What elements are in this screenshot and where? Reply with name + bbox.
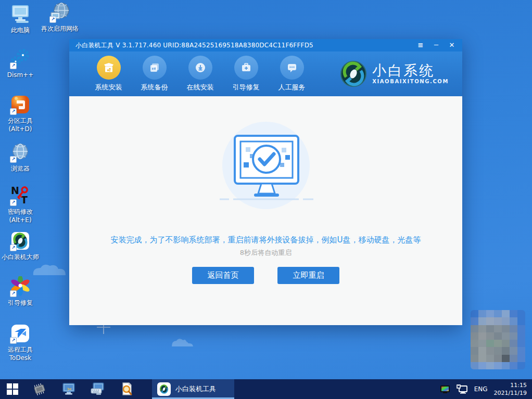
svg-text:N: N [11, 185, 19, 196]
windows-logo-icon [7, 383, 18, 395]
taskbar-clock[interactable]: 11:15 2021/11/19 [494, 381, 527, 397]
network-tray-icon[interactable] [457, 384, 468, 394]
desktop-icon-dism[interactable]: ↗ Dism++ [0, 48, 41, 80]
install-box-icon [97, 56, 121, 80]
nav-tab-label: 系统安装 [95, 83, 122, 92]
desktop-icon-this-pc[interactable]: 此电脑 [0, 3, 41, 35]
desktop-icon-xiaobai-master[interactable]: ↗ 小白装机大师 [0, 230, 41, 262]
desktop-icon-boot-repair[interactable]: ↗ 引导修复 [0, 276, 41, 307]
close-icon[interactable]: ✕ [446, 41, 458, 50]
desktop-icon-label: 浏览器 [11, 165, 30, 173]
display-color-tray-icon[interactable] [440, 385, 450, 394]
chat-service-icon [280, 56, 304, 80]
browser-globe-icon: ↗ [9, 141, 31, 163]
desktop-icon-label: Dism++ [7, 71, 34, 80]
password-key-icon: NT ↗ [9, 185, 31, 207]
desktop-icon-password-reset[interactable]: NT ↗ 密码修改 (Alt+E) [0, 185, 41, 224]
restart-now-button[interactable]: 立即重启 [277, 267, 339, 284]
download-circle-icon [188, 56, 212, 80]
nav-tab-boot-repair[interactable]: 引导修复 [221, 56, 267, 92]
desktop-icon-label: 密码修改 (Alt+E) [8, 208, 33, 224]
success-monitor-illustration [211, 121, 321, 212]
taskbar-item-chip[interactable] [25, 379, 54, 399]
pinwheel-icon: ↗ [9, 276, 31, 298]
language-indicator[interactable]: ENG [474, 385, 488, 393]
taskbar-item-search[interactable] [112, 379, 142, 399]
restart-countdown: 8秒后将自动重启 [69, 248, 462, 258]
main-nav: 系统安装 系统备份 在线安装 引导修复 [84, 56, 313, 92]
svg-text:✂: ✂ [67, 386, 72, 393]
app-window: 小白装机工具 V 3.1.717.460 URID:88A24525169518… [69, 39, 462, 325]
svg-text:T: T [21, 194, 28, 205]
menu-icon[interactable]: ≡ [414, 41, 427, 50]
shortcut-arrow-icon: ↗ [10, 108, 17, 115]
cloud-decoration [27, 263, 74, 276]
search-doc-icon [120, 382, 134, 396]
nav-tab-online-install[interactable]: 在线安装 [175, 56, 221, 92]
desktop-icon-label: 远程工具 ToDesk [8, 346, 33, 362]
repair-kit-icon [234, 56, 258, 80]
keyboard-icon [90, 382, 106, 396]
completion-message: 安装完成，为了不影响系统部署，重启前请将外接设备拔掉，例如U盘，移动硬盘，光盘等 [69, 235, 462, 245]
desktop-icon-todesk[interactable]: ↗ 远程工具 ToDesk [0, 323, 41, 362]
nav-tab-label: 系统备份 [141, 83, 168, 92]
shortcut-arrow-icon: ↗ [10, 199, 17, 206]
shortcut-arrow-icon: ↗ [10, 62, 17, 69]
network-globe-icon: ↗ [49, 2, 71, 23]
brand-logo: 小白系统 XIAOBAIXITONG.COM [340, 60, 454, 87]
window-title: 小白装机工具 V 3.1.717.460 URID:88A24525169518… [75, 41, 313, 50]
start-button[interactable] [0, 379, 25, 399]
nav-tab-system-backup[interactable]: 系统备份 [130, 56, 175, 92]
computer-icon [9, 3, 31, 25]
xiaobai-installer-icon: ↗ [9, 230, 31, 252]
partition-tool-icon: ↗ [9, 94, 31, 115]
desktop-icon-label: 此电脑 [11, 27, 30, 35]
shortcut-arrow-icon: ↗ [10, 244, 17, 251]
cloud-decoration [170, 338, 196, 347]
nav-tab-system-install[interactable]: 系统安装 [84, 56, 130, 92]
todesk-icon: ↗ [9, 323, 31, 344]
nav-tab-label: 引导修复 [233, 83, 260, 92]
taskbar-active-app[interactable]: 小白装机工具 [152, 379, 234, 399]
window-titlebar[interactable]: 小白装机工具 V 3.1.717.460 URID:88A24525169518… [69, 39, 462, 52]
taskbar-item-osk[interactable] [83, 379, 112, 399]
brand-name: 小白系统 [372, 63, 449, 78]
xiaobai-app-icon [157, 382, 171, 396]
clock-date: 2021/11/19 [494, 389, 527, 397]
nav-tab-customer-service[interactable]: 人工服务 [267, 56, 313, 92]
backup-copies-icon [143, 56, 167, 80]
brand-site: XIAOBAIXITONG.COM [372, 79, 449, 84]
nav-tab-label: 人工服务 [278, 83, 306, 92]
gears-icon: ↗ [9, 48, 31, 70]
shortcut-arrow-icon: ↗ [10, 290, 17, 297]
censored-region [471, 310, 525, 369]
desktop-icon-partition-tool[interactable]: ↗ 分区工具 (Alt+D) [0, 94, 41, 133]
taskbar-app-label: 小白装机工具 [175, 384, 216, 394]
back-home-button[interactable]: 返回首页 [192, 267, 254, 284]
window-header: 系统安装 系统备份 在线安装 引导修复 [69, 52, 462, 96]
desktop-icon-label: 分区工具 (Alt+D) [8, 117, 33, 133]
shortcut-arrow-icon: ↗ [10, 156, 17, 163]
shortcut-arrow-icon: ↗ [49, 16, 56, 23]
shortcut-arrow-icon: ↗ [10, 337, 17, 344]
desktop-icon-label: 小白装机大师 [2, 253, 39, 262]
monitor-scissors-icon: ✂ [61, 382, 76, 396]
xiaobai-logo-icon [340, 60, 367, 87]
clock-time: 11:15 [494, 381, 527, 389]
nav-tab-label: 在线安装 [187, 83, 214, 92]
desktop-icon-label: 引导修复 [8, 299, 33, 307]
window-content: 安装完成，为了不影响系统部署，重启前请将外接设备拔掉，例如U盘，移动硬盘，光盘等… [69, 96, 462, 325]
chip-icon [32, 383, 47, 395]
taskbar-item-screenshot-tool[interactable]: ✂ [54, 379, 83, 399]
minimize-icon[interactable]: ─ [430, 41, 442, 50]
desktop-icon-browser[interactable]: ↗ 浏览器 [0, 141, 41, 173]
taskbar: ✂ 小白装机工具 ENG 11:15 2021/11/19 [0, 379, 532, 399]
desktop-icon-label: 再次启用网络 [41, 25, 79, 33]
desktop-icon-enable-network[interactable]: ↗ 再次启用网络 [40, 2, 80, 33]
